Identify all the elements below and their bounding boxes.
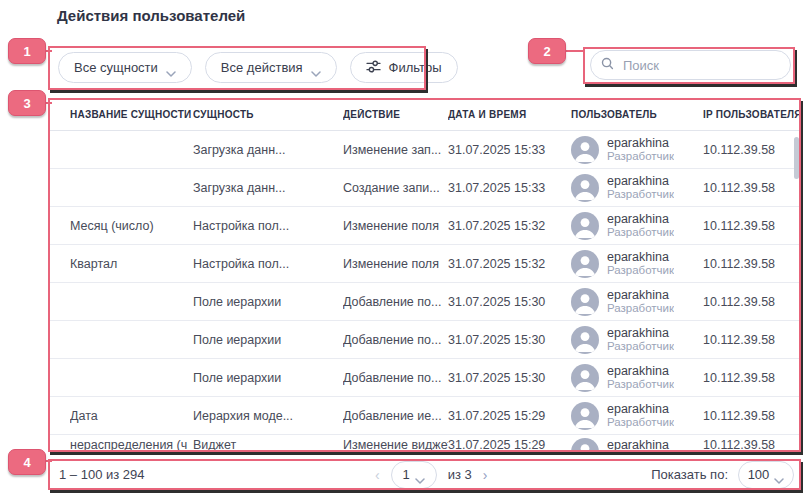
user-role: Разработчик xyxy=(607,264,674,277)
toolbar: Все сущности Все действия Фильтры xyxy=(58,52,458,83)
entity-filter-dropdown[interactable]: Все сущности xyxy=(58,52,192,83)
user-avatar-icon xyxy=(571,174,599,202)
chevron-left-icon[interactable]: ‹ xyxy=(375,468,380,482)
column-header-entity-name: НАЗВАНИЕ СУЩНОСТИ xyxy=(70,109,193,120)
entity-cell: Загрузка данн... xyxy=(193,181,343,195)
ip-cell: 10.112.39.58 xyxy=(703,295,800,309)
per-page-label: Показать по: xyxy=(651,467,728,482)
column-header-entity: СУЩНОСТЬ xyxy=(193,109,343,120)
ip-cell: 10.112.39.58 xyxy=(703,257,800,271)
table-row[interactable]: Дата Иерархия моде... Добавление ие... 3… xyxy=(49,397,800,435)
ip-cell: 10.112.39.58 xyxy=(703,219,800,233)
chevron-down-icon xyxy=(415,472,425,478)
entity-cell: Поле иерархии xyxy=(193,333,343,347)
user-name: eparakhina xyxy=(607,438,674,451)
current-page: 1 xyxy=(403,467,410,482)
user-cell: eparakhina Разработчик xyxy=(571,174,703,202)
table-row[interactable]: Загрузка данн... Создание запи... 31.07.… xyxy=(49,169,800,207)
entity-filter-label: Все сущности xyxy=(74,60,158,75)
page-number-dropdown[interactable]: 1 xyxy=(391,461,437,489)
action-cell: Добавление по... xyxy=(343,371,448,385)
entity-name-cell: нераспределения (ч xyxy=(70,438,193,451)
user-name: eparakhina xyxy=(607,136,674,150)
user-cell: eparakhina Разработчик xyxy=(571,326,703,354)
table-row[interactable]: Месяц (число) Настройка пол... Изменение… xyxy=(49,207,800,245)
datetime-cell: 31.07.2025 15:32 xyxy=(448,257,571,271)
annotation-badge-1: 1 xyxy=(8,38,46,64)
ip-cell: 10.112.39.58 xyxy=(703,333,800,347)
action-cell: Изменение зап... xyxy=(343,143,448,157)
column-header-datetime: ДАТА И ВРЕМЯ xyxy=(448,109,571,120)
datetime-cell: 31.07.2025 15:30 xyxy=(448,371,571,385)
search-icon xyxy=(601,56,614,74)
entity-cell: Поле иерархии xyxy=(193,371,343,385)
datetime-cell: 31.07.2025 15:30 xyxy=(448,295,571,309)
table-row[interactable]: Поле иерархии Добавление по... 31.07.202… xyxy=(49,359,800,397)
entity-name-cell: Месяц (число) xyxy=(70,219,193,233)
user-name: eparakhina xyxy=(607,174,674,188)
user-avatar-icon xyxy=(571,402,599,430)
ip-cell: 10.112.39.58 xyxy=(703,143,800,157)
sliders-icon xyxy=(366,60,381,76)
table-row[interactable]: Квартал Настройка пол... Изменение поля … xyxy=(49,245,800,283)
datetime-cell: 31.07.2025 15:33 xyxy=(448,143,571,157)
action-cell: Добавление по... xyxy=(343,333,448,347)
table-body: Загрузка данн... Изменение зап... 31.07.… xyxy=(49,131,800,451)
chevron-down-icon xyxy=(311,65,321,71)
action-cell: Создание запи... xyxy=(343,181,448,195)
annotation-badge-4: 4 xyxy=(8,449,46,475)
user-avatar-icon xyxy=(571,250,599,278)
user-role: Разработчик xyxy=(607,188,674,201)
user-name: eparakhina xyxy=(607,364,674,378)
column-header-ip: IP ПОЛЬЗОВАТЕЛЯ xyxy=(703,109,800,120)
pagination-range-label: 1 – 100 из 294 xyxy=(59,467,145,482)
datetime-cell: 31.07.2025 15:32 xyxy=(448,219,571,233)
table-row[interactable]: Поле иерархии Добавление по... 31.07.202… xyxy=(49,321,800,359)
pagination-bar: 1 – 100 из 294 ‹ 1 из 3 › Показать по: 1… xyxy=(49,461,800,488)
total-pages-label: из 3 xyxy=(448,467,472,482)
per-page-control: Показать по: 100 xyxy=(651,461,794,489)
user-avatar-icon xyxy=(571,326,599,354)
user-name: eparakhina xyxy=(607,326,674,340)
user-cell: eparakhina Разработчик xyxy=(571,136,703,164)
user-avatar-icon xyxy=(571,364,599,392)
filters-button[interactable]: Фильтры xyxy=(350,52,458,83)
datetime-cell: 31.07.2025 15:33 xyxy=(448,181,571,195)
chevron-down-icon xyxy=(774,472,784,478)
user-name: eparakhina xyxy=(607,402,674,416)
table-row[interactable]: Загрузка данн... Изменение зап... 31.07.… xyxy=(49,131,800,169)
user-name: eparakhina xyxy=(607,212,674,226)
user-avatar-icon xyxy=(571,288,599,316)
user-avatar-icon xyxy=(571,136,599,164)
user-role: Разработчик xyxy=(607,416,674,429)
table-header-row: НАЗВАНИЕ СУЩНОСТИ СУЩНОСТЬ ДЕЙСТВИЕ ДАТА… xyxy=(49,99,800,131)
search-input[interactable] xyxy=(621,57,780,74)
entity-cell: Виджет xyxy=(193,438,343,451)
search-box[interactable] xyxy=(590,50,791,80)
user-cell: eparakhina Разработчик xyxy=(571,402,703,430)
user-cell: eparakhina Разработчик xyxy=(571,364,703,392)
user-avatar-icon xyxy=(571,438,599,451)
table-row[interactable]: нераспределения (ч Виджет Изменение видж… xyxy=(49,435,800,451)
action-filter-label: Все действия xyxy=(221,60,303,75)
entity-cell: Настройка пол... xyxy=(193,257,343,271)
user-role: Разработчик xyxy=(607,226,674,239)
annotation-badge-3: 3 xyxy=(8,90,46,116)
per-page-dropdown[interactable]: 100 xyxy=(738,461,794,489)
column-header-user: ПОЛЬЗОВАТЕЛЬ xyxy=(571,109,703,120)
action-cell: Изменение виджета xyxy=(343,438,448,451)
ip-cell: 10.112.39.58 xyxy=(703,438,800,451)
action-filter-dropdown[interactable]: Все действия xyxy=(205,52,337,83)
page-title: Действия пользователей xyxy=(57,7,245,24)
user-role: Разработчик xyxy=(607,378,674,391)
user-actions-table: НАЗВАНИЕ СУЩНОСТИ СУЩНОСТЬ ДЕЙСТВИЕ ДАТА… xyxy=(49,99,800,451)
chevron-right-icon[interactable]: › xyxy=(483,468,488,482)
user-cell: eparakhina Разработчик xyxy=(571,288,703,316)
vertical-scrollbar-thumb[interactable] xyxy=(794,137,799,179)
chevron-down-icon xyxy=(166,65,176,71)
table-row[interactable]: Поле иерархии Добавление по... 31.07.202… xyxy=(49,283,800,321)
entity-name-cell: Дата xyxy=(70,409,193,423)
user-cell: eparakhina Разработчик xyxy=(571,438,703,451)
ip-cell: 10.112.39.58 xyxy=(703,409,800,423)
entity-cell: Настройка пол... xyxy=(193,219,343,233)
